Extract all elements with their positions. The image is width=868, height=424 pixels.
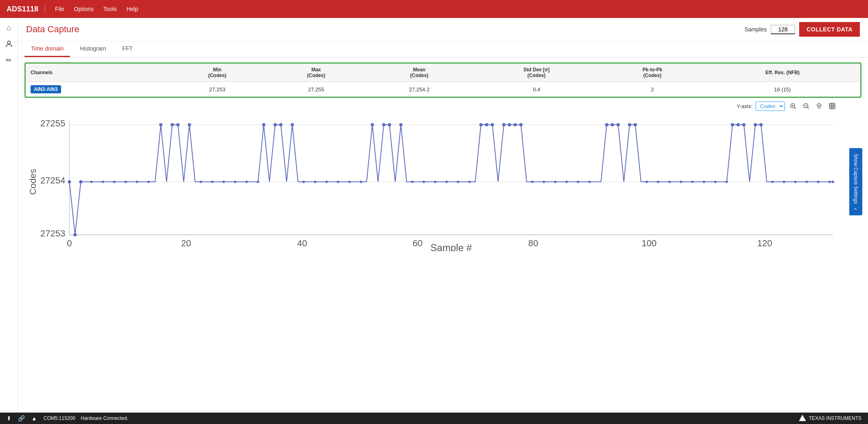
- content-area: Channels Min(Codes) Max(Codes) Mean(Code…: [18, 57, 868, 413]
- svg-line-6: [807, 107, 809, 108]
- svg-point-89: [668, 181, 671, 183]
- svg-point-40: [171, 123, 174, 126]
- tab-histogram[interactable]: Histogram: [73, 41, 112, 57]
- svg-point-31: [73, 233, 77, 236]
- svg-point-83: [611, 123, 614, 126]
- samples-label: Samples: [745, 26, 767, 33]
- svg-point-55: [325, 181, 328, 183]
- yaxis-select[interactable]: Codes: [756, 102, 785, 111]
- tab-fft[interactable]: FFT: [116, 41, 139, 57]
- svg-point-38: [147, 181, 150, 183]
- main-content: Data Capture Samples COLLECT DATA Time d…: [18, 18, 868, 413]
- home-zoom-icon[interactable]: [814, 101, 824, 111]
- samples-input[interactable]: [771, 25, 795, 34]
- nav-options[interactable]: Options: [74, 6, 94, 12]
- svg-point-105: [828, 181, 831, 183]
- user-icon[interactable]: [2, 38, 15, 51]
- channel-badge[interactable]: AIN2-AIN3: [31, 85, 61, 93]
- svg-point-48: [257, 181, 259, 183]
- svg-point-33: [90, 181, 92, 183]
- svg-text:27254: 27254: [40, 175, 65, 186]
- chart-dots: [68, 123, 834, 236]
- show-capture-settings-tab[interactable]: Show Capture Settings ‹: [849, 148, 862, 215]
- pencil-icon[interactable]: ✏: [2, 54, 15, 67]
- chart-controls: Y-axis: Codes: [24, 101, 861, 111]
- svg-point-68: [468, 181, 471, 183]
- sidebar: ⌂ ✏: [0, 18, 18, 413]
- svg-marker-107: [799, 415, 806, 421]
- svg-point-70: [485, 123, 488, 126]
- svg-point-86: [634, 123, 637, 126]
- col-channels: Channels: [26, 64, 168, 82]
- svg-point-63: [411, 181, 413, 183]
- svg-point-30: [68, 180, 71, 183]
- svg-point-74: [514, 123, 517, 126]
- col-mean: Mean(Codes): [365, 64, 473, 82]
- svg-point-97: [742, 123, 745, 126]
- svg-point-0: [7, 41, 10, 44]
- home-icon[interactable]: ⌂: [2, 21, 15, 34]
- col-max: Max(Codes): [267, 64, 366, 82]
- pan-icon[interactable]: [827, 101, 837, 111]
- svg-text:27255: 27255: [40, 118, 65, 128]
- cell-max: 27,255: [267, 82, 366, 97]
- svg-point-32: [79, 180, 82, 183]
- svg-text:Sample #: Sample #: [431, 242, 472, 251]
- cell-min: 27,253: [168, 82, 267, 97]
- svg-point-95: [731, 123, 734, 126]
- svg-point-51: [279, 123, 283, 126]
- svg-point-79: [565, 181, 568, 183]
- svg-point-91: [691, 181, 694, 183]
- zoom-out-icon[interactable]: [801, 101, 811, 111]
- svg-point-84: [617, 123, 620, 126]
- table-row: AIN2-AIN3 27,253 27,255 27,254.2 0.4 2 1…: [26, 82, 860, 97]
- svg-text:40: 40: [297, 238, 307, 248]
- svg-point-39: [159, 123, 163, 126]
- svg-point-102: [794, 181, 797, 183]
- ti-logo: TEXAS INSTRUMENTS: [798, 414, 861, 422]
- svg-point-71: [491, 123, 494, 126]
- svg-point-66: [446, 181, 448, 183]
- svg-point-90: [680, 181, 682, 183]
- svg-point-45: [222, 181, 225, 183]
- svg-point-37: [136, 181, 138, 183]
- tabs-bar: Time domain Histogram FFT: [18, 41, 868, 57]
- svg-text:Codes: Codes: [28, 169, 38, 195]
- svg-point-52: [291, 123, 294, 126]
- svg-point-44: [211, 181, 213, 183]
- svg-point-87: [646, 181, 648, 183]
- svg-point-57: [348, 181, 351, 183]
- cell-effres: 16 (15): [705, 82, 860, 97]
- svg-text:100: 100: [642, 238, 657, 248]
- svg-point-101: [783, 181, 785, 183]
- statusbar: ⬆ 🔗 ▲ COM5:115200 Hardware Connected. TE…: [0, 413, 868, 424]
- svg-text:80: 80: [528, 238, 538, 248]
- svg-point-69: [479, 123, 483, 126]
- svg-point-92: [703, 181, 705, 183]
- link-icon: 🔗: [18, 415, 25, 422]
- status-left: ⬆ 🔗 ▲ COM5:115200 Hardware Connected.: [7, 415, 128, 422]
- svg-point-65: [434, 181, 436, 183]
- svg-line-2: [794, 107, 795, 108]
- nav-file[interactable]: File: [55, 6, 64, 12]
- svg-point-58: [360, 181, 362, 183]
- table-header-row: Channels Min(Codes) Max(Codes) Mean(Code…: [26, 64, 860, 82]
- topbar: ADS1118 File Options Tools Help: [0, 0, 868, 18]
- tab-time-domain[interactable]: Time domain: [24, 41, 70, 57]
- svg-point-60: [382, 123, 385, 126]
- nav-help[interactable]: Help: [127, 6, 138, 12]
- svg-rect-8: [829, 103, 835, 109]
- collect-data-button[interactable]: COLLECT DATA: [799, 22, 860, 37]
- svg-text:20: 20: [181, 238, 191, 248]
- page-title: Data Capture: [26, 24, 79, 35]
- svg-point-50: [273, 123, 277, 126]
- svg-point-54: [314, 181, 316, 183]
- svg-point-67: [457, 181, 459, 183]
- cell-channel: AIN2-AIN3: [26, 82, 168, 97]
- svg-point-35: [113, 181, 116, 183]
- nav-tools[interactable]: Tools: [103, 6, 117, 12]
- page-header: Data Capture Samples COLLECT DATA: [18, 18, 868, 41]
- zoom-in-icon[interactable]: [788, 101, 798, 111]
- svg-point-93: [714, 181, 716, 183]
- capture-settings-label: Show Capture Settings: [853, 154, 859, 204]
